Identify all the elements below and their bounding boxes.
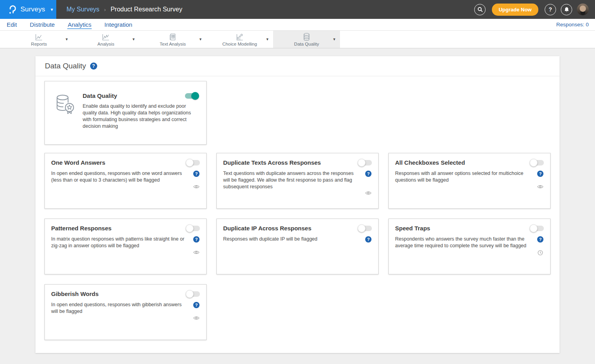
- top-bar: Surveys ▼ My Surveys › Product Research …: [0, 0, 595, 19]
- card-help-icon[interactable]: ?: [193, 171, 200, 177]
- eye-icon[interactable]: [193, 250, 200, 255]
- cards-area: Data Quality Enable data quality to iden…: [35, 76, 560, 340]
- card-one-word-answers: One Word Answers In open ended questions…: [44, 153, 207, 209]
- notifications-button[interactable]: [561, 4, 572, 15]
- topbar-actions: Upgrade Now ?: [474, 0, 595, 19]
- upgrade-now-button[interactable]: Upgrade Now: [492, 4, 538, 16]
- tab-reports[interactable]: Reports ▼: [6, 31, 72, 48]
- eye-icon[interactable]: [537, 184, 543, 189]
- card-description: In matrix question responses with patter…: [51, 236, 193, 255]
- toggle-knob: [186, 159, 194, 167]
- toggle-knob: [358, 159, 366, 167]
- card-title: All Checkboxes Selected: [395, 159, 465, 166]
- questionpro-logo-icon: [8, 4, 17, 15]
- eye-icon[interactable]: [193, 184, 200, 189]
- document-grid-icon: [169, 33, 177, 41]
- search-button[interactable]: [474, 4, 486, 15]
- tab-text-analysis[interactable]: Text Analysis ▼: [139, 31, 206, 48]
- card-description: Enable data quality to identify and excl…: [83, 103, 198, 130]
- card-description: Responses with duplicate IP will be flag…: [223, 236, 365, 243]
- card-help-icon[interactable]: ?: [365, 236, 371, 243]
- tab-label: Reports: [31, 42, 47, 46]
- survey-nav: Edit Distribute Analytics Integration Re…: [0, 19, 595, 31]
- quality-checks-grid: One Word Answers In open ended questions…: [44, 153, 551, 340]
- patterned-responses-toggle[interactable]: [187, 226, 200, 231]
- page-help-icon[interactable]: ?: [90, 63, 97, 70]
- tab-analysis[interactable]: Analysis ▼: [72, 31, 139, 48]
- all-checkboxes-toggle[interactable]: [530, 160, 544, 165]
- tab-dropdown-caret[interactable]: ▼: [333, 37, 336, 41]
- app-logo-menu[interactable]: Surveys ▼: [0, 0, 56, 19]
- toggle-knob: [358, 224, 366, 232]
- search-icon: [477, 7, 483, 12]
- responses-count: Responses: 0: [556, 22, 589, 28]
- panel-header: Data Quality ?: [35, 56, 560, 76]
- nav-item-edit[interactable]: Edit: [6, 20, 17, 29]
- tab-dropdown-caret[interactable]: ▼: [65, 37, 68, 41]
- eye-icon[interactable]: [193, 316, 200, 320]
- question-mark-icon: ?: [549, 6, 552, 13]
- breadcrumb-current-survey: Product Research Survey: [111, 6, 182, 13]
- card-all-checkboxes: All Checkboxes Selected Responses with a…: [388, 153, 551, 209]
- bell-icon: [564, 7, 569, 13]
- card-title: One Word Answers: [51, 159, 105, 166]
- tab-label: Choice Modelling: [222, 42, 257, 46]
- toggle-knob: [530, 224, 538, 232]
- data-quality-toggle[interactable]: [185, 93, 198, 99]
- clock-icon[interactable]: [538, 250, 543, 256]
- analytics-toolbar: Reports ▼ Analysis ▼: [0, 31, 595, 48]
- duplicate-ip-toggle[interactable]: [358, 226, 372, 231]
- card-description: In open ended questions, responses with …: [51, 301, 193, 320]
- chevron-down-icon: ▼: [50, 7, 54, 12]
- card-description: In open ended questions, responses with …: [51, 170, 193, 189]
- data-quality-panel: Data Quality ? Data Quality: [35, 56, 560, 353]
- card-description: Text questions with duplicate answers ac…: [223, 170, 365, 195]
- data-quality-master-card: Data Quality Enable data quality to iden…: [44, 81, 207, 145]
- nav-item-distribute[interactable]: Distribute: [30, 20, 55, 29]
- database-award-icon: [53, 92, 76, 116]
- toggle-knob: [186, 224, 194, 232]
- card-description: Respondents who answers the survey much …: [395, 236, 537, 256]
- card-help-icon[interactable]: ?: [365, 171, 371, 177]
- tab-dropdown-caret[interactable]: ▼: [199, 37, 202, 41]
- tab-label: Data Quality: [294, 42, 319, 46]
- card-speed-traps: Speed Traps Respondents who answers the …: [388, 219, 551, 274]
- card-gibberish-words: Gibberish Words In open ended questions,…: [44, 284, 207, 340]
- user-avatar[interactable]: [577, 4, 589, 15]
- card-title: Speed Traps: [395, 225, 430, 232]
- card-title: Data Quality: [83, 92, 117, 99]
- tab-data-quality[interactable]: Data Quality ▼: [273, 31, 340, 48]
- card-description: Responses with all answer options select…: [395, 170, 537, 189]
- tab-dropdown-caret[interactable]: ▼: [266, 37, 269, 41]
- breadcrumb-my-surveys[interactable]: My Surveys: [67, 6, 100, 13]
- card-help-icon[interactable]: ?: [193, 302, 200, 308]
- speed-traps-toggle[interactable]: [530, 226, 544, 231]
- one-word-answers-toggle[interactable]: [187, 160, 200, 165]
- nav-item-integration[interactable]: Integration: [104, 20, 133, 29]
- help-button[interactable]: ?: [545, 4, 556, 15]
- line-chart-icon: [35, 33, 43, 41]
- bubble-chart-icon: [235, 33, 244, 41]
- tab-dropdown-caret[interactable]: ▼: [132, 37, 135, 41]
- page-background: Data Quality ? Data Quality: [0, 48, 595, 353]
- duplicate-texts-toggle[interactable]: [358, 160, 372, 165]
- card-patterned-responses: Patterned Responses In matrix question r…: [44, 219, 207, 274]
- card-help-icon[interactable]: ?: [193, 236, 200, 243]
- card-title: Duplicate Texts Across Responses: [223, 159, 321, 166]
- card-help-icon[interactable]: ?: [537, 236, 543, 243]
- nav-item-analytics[interactable]: Analytics: [67, 20, 92, 29]
- breadcrumb-separator-icon: ›: [104, 7, 106, 13]
- tab-label: Analysis: [98, 42, 115, 46]
- page-title: Data Quality: [45, 62, 86, 70]
- eye-icon[interactable]: [365, 191, 371, 195]
- card-title: Gibberish Words: [51, 290, 99, 297]
- toggle-knob: [191, 92, 199, 100]
- card-title: Duplicate IP Across Responses: [223, 225, 311, 232]
- breadcrumb: My Surveys › Product Research Survey: [67, 0, 182, 19]
- card-duplicate-ip: Duplicate IP Across Responses Responses …: [216, 219, 379, 274]
- card-duplicate-texts: Duplicate Texts Across Responses Text qu…: [216, 153, 379, 209]
- toggle-knob: [530, 159, 538, 167]
- gibberish-words-toggle[interactable]: [187, 291, 200, 297]
- card-help-icon[interactable]: ?: [537, 171, 543, 177]
- tab-choice-modelling[interactable]: Choice Modelling ▼: [206, 31, 273, 48]
